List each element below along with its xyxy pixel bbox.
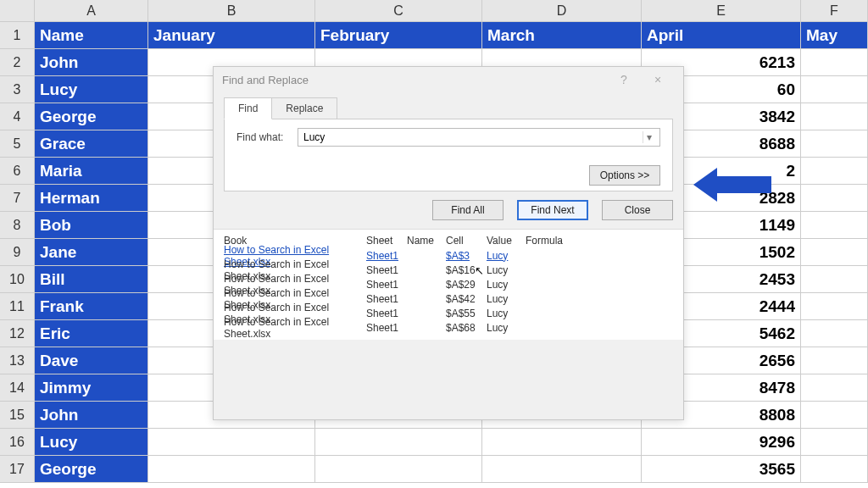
cell-F1[interactable]: May [801,22,868,49]
cell-name[interactable]: Jane [35,239,148,266]
row-header[interactable]: 7 [0,185,35,212]
cell[interactable] [801,347,868,374]
cell-name[interactable]: Eric [35,320,148,347]
result-value: Lucy [487,279,526,291]
find-replace-dialog: Find and Replace ? × Find Replace Find w… [213,66,684,420]
cell[interactable] [482,429,642,456]
cell[interactable] [482,456,642,483]
cell[interactable] [801,239,868,266]
cell[interactable] [801,320,868,347]
cell[interactable] [315,429,482,456]
result-cell: $A$42 [446,293,487,305]
cell-name[interactable]: Dave [35,347,148,374]
cell-name[interactable]: Jimmy [35,374,148,402]
col-formula[interactable]: Formula [526,235,673,247]
cell-name[interactable]: Frank [35,293,148,320]
cell[interactable] [801,293,868,320]
cell-name[interactable]: Lucy [35,429,148,456]
cell[interactable] [148,429,315,456]
row-header[interactable]: 9 [0,239,35,266]
tab-replace[interactable]: Replace [271,97,337,119]
row-header[interactable]: 5 [0,130,35,158]
col-header-D[interactable]: D [482,0,642,22]
chevron-down-icon[interactable]: ▾ [643,131,654,143]
row-header[interactable]: 3 [0,76,35,103]
cell[interactable] [801,456,868,483]
cell[interactable] [801,76,868,103]
dialog-titlebar[interactable]: Find and Replace ? × [214,67,683,92]
cell-name[interactable]: John [35,49,148,76]
row-header[interactable]: 4 [0,103,35,130]
row-header[interactable]: 13 [0,347,35,374]
find-what-combo[interactable]: ▾ [298,128,660,147]
cell-name[interactable]: Lucy [35,76,148,103]
cell[interactable] [801,212,868,239]
cell-name[interactable]: Maria [35,158,148,185]
cell-name[interactable]: Herman [35,185,148,212]
cell-A1[interactable]: Name [35,22,148,49]
result-sheet: Sheet1 [366,279,407,291]
cell-C1[interactable]: February [315,22,482,49]
col-name[interactable]: Name [407,235,446,247]
col-header-C[interactable]: C [315,0,482,22]
row-header[interactable]: 8 [0,212,35,239]
col-header-A[interactable]: A [35,0,148,22]
cell-B1[interactable]: January [148,22,315,49]
col-value[interactable]: Value [487,235,526,247]
cell-E1[interactable]: April [642,22,801,49]
cell-name[interactable]: Bill [35,266,148,293]
cell[interactable] [801,185,868,212]
result-sheet: Sheet1 [366,293,407,305]
find-what-input[interactable] [303,131,643,143]
cell[interactable] [148,456,315,483]
result-cell: $A$3 [446,250,487,262]
result-cell: $A$68 [446,322,487,334]
search-results-pane[interactable]: Book Sheet Name Cell Value Formula How t… [214,229,683,340]
row-header[interactable]: 1 [0,22,35,49]
row-header[interactable]: 16 [0,429,35,456]
cell-D1[interactable]: March [482,22,642,49]
select-all-corner[interactable] [0,0,35,22]
row-header[interactable]: 6 [0,158,35,185]
col-header-B[interactable]: B [148,0,315,22]
cell[interactable] [801,49,868,76]
cell-name[interactable]: John [35,402,148,429]
col-cell[interactable]: Cell [446,235,487,247]
result-sheet: Sheet1 [366,308,407,319]
cell-value[interactable]: 3565 [642,456,801,483]
row-header[interactable]: 10 [0,266,35,293]
cell-name[interactable]: George [35,103,148,130]
result-row[interactable]: How to Search in Excel Sheet.xlsxSheet1$… [224,320,673,335]
result-cell: $A$55 [446,308,487,319]
cell-value[interactable]: 9296 [642,429,801,456]
tab-find[interactable]: Find [224,97,272,119]
cell[interactable] [315,456,482,483]
close-icon[interactable]: × [641,73,675,86]
cell[interactable] [801,103,868,130]
col-sheet[interactable]: Sheet [366,235,407,247]
cell-name[interactable]: George [35,456,148,483]
row-header[interactable]: 2 [0,49,35,76]
row-header[interactable]: 12 [0,320,35,347]
result-value: Lucy [487,322,526,334]
close-button[interactable]: Close [602,200,673,220]
cell[interactable] [801,374,868,402]
col-header-E[interactable]: E [642,0,801,22]
options-button[interactable]: Options >> [589,165,660,186]
cell[interactable] [801,130,868,158]
find-all-button[interactable]: Find All [432,200,504,220]
row-header[interactable]: 14 [0,374,35,402]
cell[interactable] [801,266,868,293]
cell-name[interactable]: Grace [35,130,148,158]
help-button[interactable]: ? [607,73,641,86]
find-next-button[interactable]: Find Next [517,200,588,220]
col-header-F[interactable]: F [801,0,868,22]
result-value: Lucy [487,293,526,305]
row-header[interactable]: 11 [0,293,35,320]
cell[interactable] [801,429,868,456]
cell-name[interactable]: Bob [35,212,148,239]
cell[interactable] [801,158,868,185]
cell[interactable] [801,402,868,429]
row-header[interactable]: 17 [0,456,35,483]
row-header[interactable]: 15 [0,402,35,429]
